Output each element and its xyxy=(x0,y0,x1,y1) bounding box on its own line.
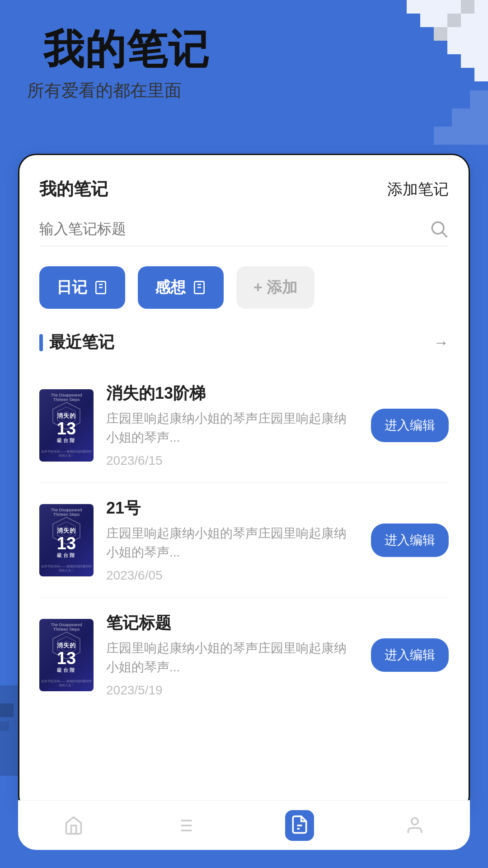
book-num-2: 13 xyxy=(39,535,94,552)
review-icon xyxy=(192,280,206,295)
note-item-3: The DisappearedThirteen Steps 消失的 13 級台階… xyxy=(39,598,449,712)
note-list: The DisappearedThirteen Steps 消失的 13 級台階… xyxy=(39,368,449,712)
note-content-3: 笔记标题 庄园里响起康纳小姐的琴声庄园里响起康纳小姐的琴声... 2023/5/… xyxy=(106,612,358,698)
category-add-label: + 添加 xyxy=(253,277,297,298)
note-item: The DisappearedThirteen Steps 消失的 13 級台階… xyxy=(39,368,449,483)
accent-bar-2 xyxy=(27,52,35,65)
svg-rect-1 xyxy=(0,703,14,717)
nav-list[interactable] xyxy=(174,816,194,835)
edit-button-1[interactable]: 进入编辑 xyxy=(371,409,449,442)
page-subtitle: 所有爱看的都在里面 xyxy=(27,79,461,102)
notes-icon xyxy=(290,815,310,835)
book-zh-bot-3: 級台階 xyxy=(39,667,94,674)
book-cover-3: The DisappearedThirteen Steps 消失的 13 級台階… xyxy=(39,619,94,691)
section-title: 最近笔记 xyxy=(49,331,114,354)
search-input[interactable] xyxy=(39,221,429,237)
diary-icon xyxy=(94,280,108,295)
category-review[interactable]: 感想 xyxy=(138,266,224,309)
notes-icon-active-bg xyxy=(285,810,314,841)
page-header: 我的笔记 所有爱看的都在里面 xyxy=(27,27,461,102)
book-zh-top-2: 消失的 xyxy=(39,527,94,535)
section-more-arrow[interactable]: → xyxy=(433,334,449,351)
book-zh-top-3: 消失的 xyxy=(39,642,94,650)
bottom-nav xyxy=(18,800,470,850)
note-excerpt-1: 庄园里响起康纳小姐的琴声庄园里响起康纳小姐的琴声... xyxy=(106,409,358,447)
svg-point-28 xyxy=(411,818,418,825)
section-header: 最近笔记 → xyxy=(39,331,449,354)
book-zh-top-1: 消失的 xyxy=(39,412,94,420)
home-icon xyxy=(64,816,84,835)
nav-home[interactable] xyxy=(64,816,84,835)
main-card: 我的笔记 添加笔记 日记 感想 + 添 xyxy=(18,154,470,814)
svg-point-3 xyxy=(432,222,444,234)
note-item-2: The DisappearedThirteen Steps 消失的 13 級台階… xyxy=(39,483,449,598)
category-diary-label: 日记 xyxy=(56,277,87,298)
note-title-1: 消失的13阶梯 xyxy=(106,382,358,405)
edit-button-3[interactable]: 进入编辑 xyxy=(371,638,449,672)
search-bar xyxy=(39,219,449,246)
note-date-1: 2023/6/15 xyxy=(106,453,358,468)
book-zh-bot-2: 級台階 xyxy=(39,552,94,559)
accent-bar-3 xyxy=(27,70,35,82)
book-zh-bot-1: 級台階 xyxy=(39,437,94,444)
note-date-3: 2023/5/19 xyxy=(106,683,358,698)
search-icon[interactable] xyxy=(429,219,449,239)
title-accent-bars xyxy=(27,35,35,82)
nav-profile[interactable] xyxy=(405,816,425,835)
category-review-label: 感想 xyxy=(155,277,186,298)
edit-button-2[interactable]: 进入编辑 xyxy=(371,524,449,557)
book-cover-1: The DisappearedThirteen Steps 消失的 13 級台階… xyxy=(39,389,94,462)
svg-rect-2 xyxy=(0,722,9,731)
note-title-2: 21号 xyxy=(106,497,358,519)
category-row: 日记 感想 + 添加 xyxy=(39,266,449,309)
book-desc-2: 这本书告诉你——做独的动的规则对你的人生！ xyxy=(41,564,92,572)
section-title-wrap: 最近笔记 xyxy=(39,331,114,354)
profile-icon xyxy=(405,816,425,835)
note-excerpt-3: 庄园里响起康纳小姐的琴声庄园里响起康纳小姐的琴声... xyxy=(106,639,358,677)
book-num-3: 13 xyxy=(39,650,94,667)
book-cover-2: The DisappearedThirteen Steps 消失的 13 級台階… xyxy=(39,504,94,576)
list-icon xyxy=(174,816,194,835)
svg-line-4 xyxy=(442,232,447,237)
note-content-2: 21号 庄园里响起康纳小姐的琴声庄园里响起康纳小姐的琴声... 2023/6/0… xyxy=(106,497,358,583)
category-diary[interactable]: 日记 xyxy=(39,266,125,309)
book-num-1: 13 xyxy=(39,420,94,437)
page-title: 我的笔记 xyxy=(43,27,461,72)
card-title: 我的笔记 xyxy=(39,178,108,201)
note-excerpt-2: 庄园里响起康纳小姐的琴声庄园里响起康纳小姐的琴声... xyxy=(106,524,358,562)
accent-bar-1 xyxy=(27,35,35,48)
note-content-1: 消失的13阶梯 庄园里响起康纳小姐的琴声庄园里响起康纳小姐的琴声... 2023… xyxy=(106,382,358,468)
note-date-2: 2023/6/05 xyxy=(106,568,358,583)
card-header: 我的笔记 添加笔记 xyxy=(39,178,449,201)
note-title-3: 笔记标题 xyxy=(106,612,358,634)
book-desc-1: 这本书告诉你——做独的动的规则对你的人生！ xyxy=(41,449,92,458)
section-accent-bar xyxy=(39,334,43,351)
nav-notes-active[interactable] xyxy=(285,810,314,841)
book-desc-3: 这本书告诉你——做独的动的规则对你的人生！ xyxy=(41,679,92,687)
category-add[interactable]: + 添加 xyxy=(236,266,314,309)
add-note-button[interactable]: 添加笔记 xyxy=(387,179,449,200)
